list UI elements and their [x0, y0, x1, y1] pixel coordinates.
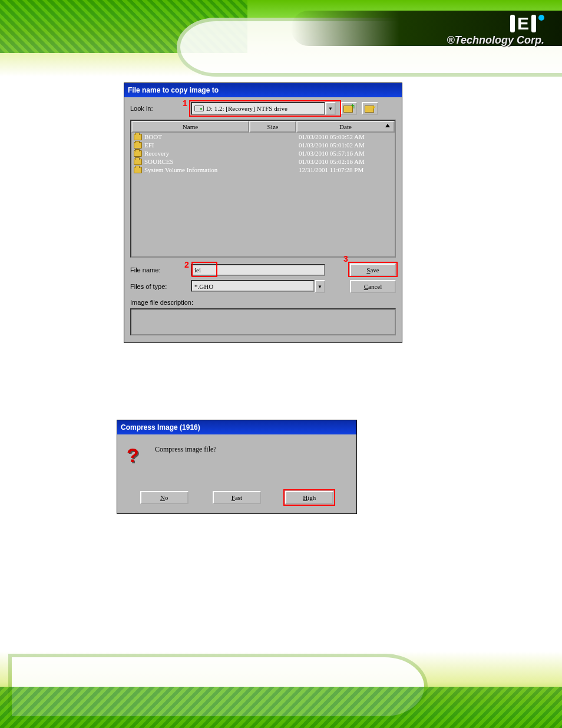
lookin-dropdown[interactable]: D: 1.2: [Recovery] NTFS drive [191, 102, 325, 115]
fast-button[interactable]: Fast [213, 491, 261, 504]
callout-rect-high: High [283, 489, 335, 506]
folder-icon [134, 150, 142, 157]
logo-dot-icon [538, 15, 544, 21]
save-button-rest: ave [370, 266, 379, 274]
row-date: 01/03/2010 05:02:16 AM [299, 158, 392, 165]
dialog2-message-row: ? Compress image file? [124, 445, 349, 466]
list-item[interactable]: Recovery 01/03/2010 05:57:16 AM [131, 149, 395, 157]
lookin-wrap: 1 D: 1.2: [Recovery] NTFS drive ▼ [191, 102, 336, 115]
row-date: 12/31/2001 11:07:28 PM [299, 166, 392, 173]
dialog2-titlebar[interactable]: Compress Image (1916) [117, 420, 356, 434]
dialog2-title: Compress Image (1916) [121, 423, 200, 431]
footer-circuit-pattern [0, 687, 562, 728]
cancel-button-rest: ancel [368, 283, 382, 290]
company-name: ®Technology Corp. [447, 34, 544, 47]
logo-bar-icon [510, 15, 515, 32]
new-folder-button[interactable]: ✶ [362, 102, 378, 115]
filetype-dropdown[interactable]: *.GHO [191, 280, 315, 292]
dialog1-titlebar[interactable]: File name to copy image to [124, 83, 402, 97]
col-header-size[interactable]: Size [249, 121, 296, 133]
dialog2-message: Compress image file? [155, 445, 217, 454]
compress-image-dialog: Compress Image (1916) ? Compress image f… [117, 420, 357, 514]
row-name: System Volume Information [144, 166, 217, 173]
footer-decor [0, 651, 562, 728]
col-header-date-text: Date [339, 123, 352, 130]
row-date: 01/03/2010 05:00:52 AM [299, 133, 392, 140]
cancel-button[interactable]: Cancel [350, 280, 396, 293]
company-logo: E [510, 15, 544, 32]
col-header-date[interactable]: Date [296, 121, 395, 133]
file-list-rows[interactable]: BOOT 01/03/2010 05:00:52 AM EFI 01/03/20… [131, 133, 395, 256]
row-date: 01/03/2010 05:01:02 AM [299, 141, 392, 149]
callout-marker-2: 2 [184, 260, 189, 269]
folder-up-icon: ↰ [342, 104, 355, 113]
dialog1-body: Look in: 1 D: 1.2: [Recovery] NTFS drive… [124, 97, 402, 342]
filter-row: Files of type: *.GHO ▼ Cancel [130, 280, 396, 293]
list-item[interactable]: System Volume Information 12/31/2001 11:… [131, 166, 395, 174]
logo-bar-icon [531, 15, 536, 32]
dropdown-arrow-icon[interactable]: ▼ [315, 280, 325, 293]
dialog2-body: ? Compress image file? No Fast High [117, 434, 356, 513]
lookin-value: D: 1.2: [Recovery] NTFS drive [206, 105, 287, 112]
drive-icon [194, 106, 204, 111]
folder-icon [134, 134, 142, 140]
filter-label: Files of type: [130, 283, 186, 290]
row-name: Recovery [144, 150, 169, 157]
dropdown-arrow-icon[interactable]: ▼ [325, 102, 336, 115]
callout-marker-1: 1 [183, 98, 187, 108]
file-name-dialog: File name to copy image to Look in: 1 D:… [124, 83, 402, 343]
save-button[interactable]: Save [350, 263, 396, 276]
folder-icon [134, 167, 142, 173]
logo-e-letter: E [517, 15, 529, 32]
callout-marker-3: 3 [343, 254, 348, 263]
lookin-label: Look in: [130, 105, 186, 112]
row-name: EFI [144, 141, 154, 149]
dialog1-title: File name to copy image to [128, 86, 219, 94]
row-size [252, 150, 299, 157]
folder-icon [134, 159, 142, 165]
row-size [252, 133, 299, 140]
up-one-level-button[interactable]: ↰ [340, 102, 357, 115]
description-textarea[interactable] [130, 308, 396, 335]
folder-new-icon: ✶ [363, 104, 376, 113]
company-name-text: Technology Corp. [455, 34, 544, 46]
col-header-name[interactable]: Name [131, 121, 249, 133]
header-decor: E ®Technology Corp. [0, 0, 562, 77]
row-name: SOURCES [144, 158, 174, 165]
row-size [252, 141, 299, 149]
dialog2-buttons: No Fast High [124, 491, 349, 504]
no-button[interactable]: No [140, 491, 189, 504]
row-size [252, 166, 299, 173]
list-item[interactable]: EFI 01/03/2010 05:01:02 AM [131, 141, 395, 149]
folder-icon [134, 142, 142, 149]
list-item[interactable]: BOOT 01/03/2010 05:00:52 AM [131, 133, 395, 141]
file-list: Name Size Date BOOT 01/03/2010 05:00:52 … [130, 120, 396, 258]
filename-label: File name: [130, 266, 186, 274]
description-label: Image file description: [130, 299, 193, 306]
description-section: Image file description: [130, 299, 396, 335]
filename-input[interactable] [191, 264, 325, 276]
lookin-row: Look in: 1 D: 1.2: [Recovery] NTFS drive… [130, 102, 396, 115]
registered-symbol: ® [447, 34, 454, 46]
file-list-header: Name Size Date [131, 121, 395, 133]
row-size [252, 158, 299, 165]
high-button[interactable]: High [285, 491, 333, 504]
list-item[interactable]: SOURCES 01/03/2010 05:02:16 AM [131, 157, 395, 166]
filename-row: File name: 2 3 Save [130, 263, 396, 276]
filetype-value: *.GHO [194, 283, 213, 290]
row-date: 01/03/2010 05:57:16 AM [299, 150, 392, 157]
sort-arrow-icon [385, 124, 390, 127]
row-name: BOOT [144, 133, 162, 140]
question-mark-icon: ? [124, 445, 146, 466]
